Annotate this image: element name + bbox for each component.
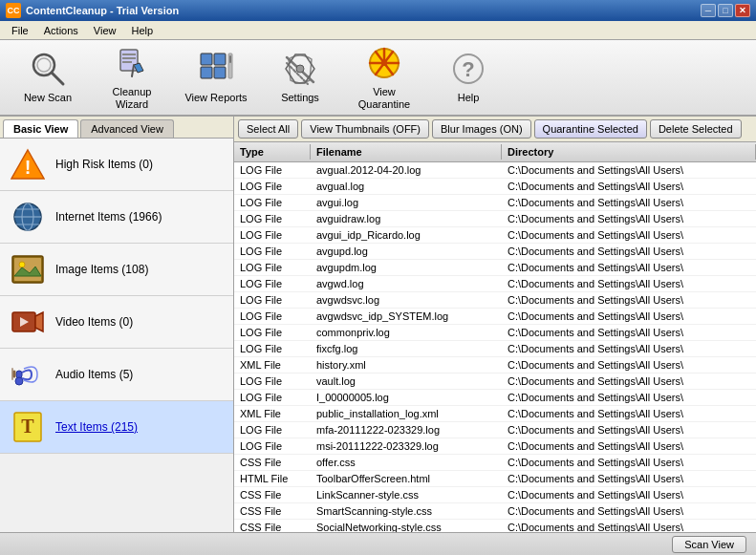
- view-reports-button[interactable]: View Reports: [178, 44, 254, 111]
- table-row[interactable]: LOG File avgual.2012-04-20.log C:\Docume…: [234, 162, 756, 179]
- table-row[interactable]: LOG File I_00000005.log C:\Documents and…: [234, 390, 756, 406]
- cell-type: LOG File: [234, 391, 311, 404]
- table-row[interactable]: LOG File fixcfg.log C:\Documents and Set…: [234, 341, 756, 357]
- table-row[interactable]: CSS File SmartScanning-style.css C:\Docu…: [234, 503, 756, 520]
- cell-type: LOG File: [234, 212, 311, 225]
- category-image[interactable]: Image Items (108): [0, 244, 233, 296]
- table-row[interactable]: XML File public_installation_log.xml C:\…: [234, 406, 756, 422]
- category-high-risk[interactable]: ! High Risk Items (0): [0, 139, 233, 191]
- high-risk-icon: !: [10, 146, 46, 182]
- col-type: Type: [234, 144, 311, 160]
- delete-selected-button[interactable]: Delete Selected: [650, 119, 742, 139]
- cell-type: LOG File: [234, 180, 311, 193]
- view-thumbnails-button[interactable]: View Thumbnails (OFF): [301, 119, 429, 139]
- cell-filename: history.xml: [311, 358, 502, 372]
- table-row[interactable]: CSS File SocialNetworking-style.css C:\D…: [234, 520, 756, 532]
- menu-view[interactable]: View: [86, 23, 124, 38]
- cell-directory: C:\Documents and Settings\All Users\: [502, 439, 756, 453]
- menu-help[interactable]: Help: [123, 23, 161, 38]
- cell-directory: C:\Documents and Settings\All Users\: [502, 423, 756, 437]
- cell-directory: C:\Documents and Settings\All Users\: [502, 277, 756, 290]
- table-row[interactable]: LOG File msi-20111222-023329.log C:\Docu…: [234, 438, 756, 455]
- cell-type: LOG File: [234, 163, 311, 177]
- table-row[interactable]: LOG File commonpriv.log C:\Documents and…: [234, 325, 756, 341]
- svg-point-2: [37, 58, 51, 72]
- internet-icon: [10, 199, 46, 235]
- new-scan-button[interactable]: New Scan: [10, 44, 86, 111]
- image-icon: [10, 251, 46, 288]
- right-panel: Select All View Thumbnails (OFF) Blur Im…: [234, 117, 756, 532]
- table-row[interactable]: LOG File avgui.log C:\Documents and Sett…: [234, 195, 756, 211]
- select-all-button[interactable]: Select All: [238, 119, 298, 139]
- table-row[interactable]: CSS File LinkScanner-style.css C:\Docume…: [234, 487, 756, 503]
- cell-directory: C:\Documents and Settings\All Users\: [502, 326, 756, 339]
- cell-directory: C:\Documents and Settings\All Users\: [502, 163, 756, 177]
- app-icon: CC: [6, 3, 21, 18]
- tab-advanced-view[interactable]: Advanced View: [80, 119, 174, 138]
- table-row[interactable]: LOG File avguidraw.log C:\Documents and …: [234, 211, 756, 227]
- svg-rect-13: [229, 55, 231, 63]
- table-row[interactable]: LOG File avgwdsvc.log C:\Documents and S…: [234, 292, 756, 309]
- table-row[interactable]: LOG File avgwdsvc_idp_SYSTEM.log C:\Docu…: [234, 309, 756, 325]
- view-quarantine-button[interactable]: View Quarantine: [346, 44, 422, 111]
- status-bar: Scan View: [0, 532, 756, 555]
- cell-directory: C:\Documents and Settings\All Users\: [502, 472, 756, 485]
- cell-directory: C:\Documents and Settings\All Users\: [502, 293, 756, 307]
- audio-icon: [10, 356, 46, 393]
- blur-images-button[interactable]: Blur Images (ON): [432, 119, 531, 139]
- cell-directory: C:\Documents and Settings\All Users\: [502, 407, 756, 420]
- cell-filename: LinkScanner-style.css: [311, 488, 502, 502]
- cell-directory: C:\Documents and Settings\All Users\: [502, 310, 756, 323]
- svg-text:!: !: [25, 157, 32, 178]
- tab-basic-view[interactable]: Basic View: [3, 119, 78, 138]
- svg-text:T: T: [21, 416, 34, 437]
- cell-filename: fixcfg.log: [311, 342, 502, 355]
- svg-point-30: [19, 262, 25, 267]
- category-text[interactable]: T Text Items (215): [0, 401, 233, 454]
- cell-directory: C:\Documents and Settings\All Users\: [502, 456, 756, 469]
- category-internet[interactable]: Internet Items (1966): [0, 191, 233, 244]
- cell-type: CSS File: [234, 521, 311, 532]
- table-row[interactable]: LOG File avgwd.log C:\Documents and Sett…: [234, 276, 756, 292]
- cell-directory: C:\Documents and Settings\All Users\: [502, 212, 756, 225]
- cell-type: LOG File: [234, 374, 311, 388]
- table-row[interactable]: CSS File offer.css C:\Documents and Sett…: [234, 455, 756, 471]
- menu-file[interactable]: File: [4, 23, 36, 38]
- cleanup-wizard-icon: [113, 44, 151, 82]
- cell-filename: avgupdm.log: [311, 261, 502, 274]
- main-area: Basic View Advanced View ! High Risk Ite…: [0, 117, 756, 532]
- settings-label: Settings: [281, 92, 319, 104]
- scan-view-button[interactable]: Scan View: [672, 536, 746, 553]
- cell-type: LOG File: [234, 261, 311, 274]
- minimize-button[interactable]: ─: [701, 4, 716, 17]
- category-video[interactable]: Video Items (0): [0, 296, 233, 349]
- maximize-button[interactable]: □: [718, 4, 733, 17]
- cell-filename: commonpriv.log: [311, 326, 502, 339]
- table-body[interactable]: LOG File avgual.2012-04-20.log C:\Docume…: [234, 162, 756, 532]
- table-row[interactable]: LOG File avgui_idp_Ricardo.log C:\Docume…: [234, 227, 756, 244]
- svg-rect-11: [214, 67, 226, 78]
- view-reports-label: View Reports: [184, 92, 247, 104]
- cell-type: LOG File: [234, 245, 311, 258]
- cell-type: CSS File: [234, 456, 311, 469]
- cleanup-wizard-label: Cleanup Wizard: [98, 86, 165, 111]
- table-row[interactable]: LOG File avgupd.log C:\Documents and Set…: [234, 244, 756, 260]
- cell-type: CSS File: [234, 488, 311, 502]
- svg-line-1: [52, 73, 63, 84]
- cell-directory: C:\Documents and Settings\All Users\: [502, 374, 756, 388]
- category-audio[interactable]: Audio Items (5): [0, 349, 233, 401]
- table-row[interactable]: XML File history.xml C:\Documents and Se…: [234, 357, 756, 374]
- table-row[interactable]: LOG File avgupdm.log C:\Documents and Se…: [234, 260, 756, 276]
- settings-button[interactable]: Settings: [262, 44, 338, 111]
- table-row[interactable]: LOG File vault.log C:\Documents and Sett…: [234, 374, 756, 390]
- table-row[interactable]: LOG File avgual.log C:\Documents and Set…: [234, 179, 756, 195]
- cleanup-wizard-button[interactable]: Cleanup Wizard: [94, 44, 170, 111]
- menu-actions[interactable]: Actions: [36, 23, 86, 38]
- table-row[interactable]: LOG File mfa-20111222-023329.log C:\Docu…: [234, 422, 756, 438]
- quarantine-selected-button[interactable]: Quarantine Selected: [534, 119, 647, 139]
- table-row[interactable]: HTML File ToolbarOfferScreen.html C:\Doc…: [234, 471, 756, 487]
- help-label: Help: [458, 92, 480, 104]
- help-icon: ?: [449, 50, 487, 88]
- close-button[interactable]: ✕: [735, 4, 750, 17]
- help-button[interactable]: ? Help: [430, 44, 507, 111]
